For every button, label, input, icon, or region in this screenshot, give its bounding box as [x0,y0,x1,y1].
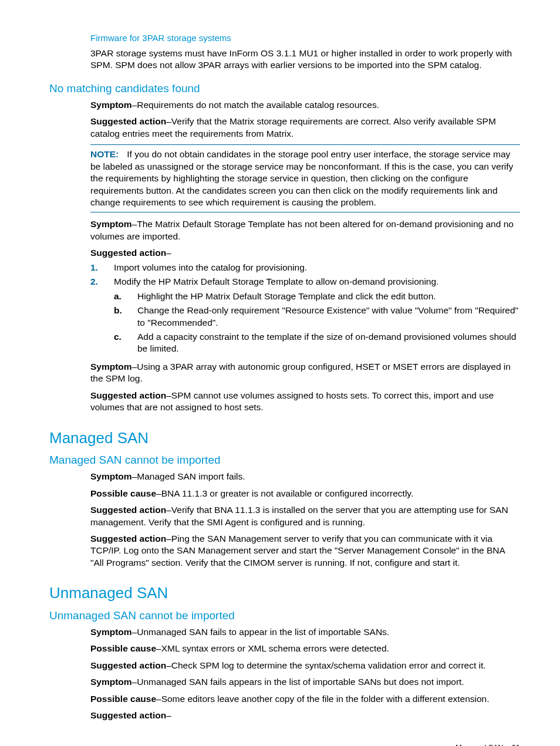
symptom-label: Symptom [90,627,132,637]
nomatch-heading: No matching candidates found [49,81,520,96]
cause-text: –XML syntax errors or XML schema errors … [156,643,389,653]
managed-sugg2: Suggested action–Ping the SAN Management… [90,533,520,569]
cause-label: Possible cause [90,694,156,704]
suggested-label: Suggested action [90,710,166,720]
unmanaged-heading: Unmanaged SAN [49,583,520,603]
dash: – [166,248,171,258]
symptom-text: –Managed SAN import fails. [132,471,245,481]
unmanaged-sugg2: Suggested action– [90,710,520,721]
note-label: NOTE: [90,149,119,159]
suggested-label: Suggested action [90,534,166,544]
managed-cause: Possible cause–BNA 11.1.3 or greater is … [90,488,520,499]
nomatch-symptom2: Symptom–The Matrix Default Storage Templ… [90,218,520,242]
managed-heading: Managed SAN [49,428,520,448]
suggested-text: –Check SPM log to determine the syntax/s… [166,660,485,670]
nomatch-sugg1: Suggested action–Verify that the Matrix … [90,116,520,140]
step-text: Modify the HP Matrix Default Storage Tem… [114,276,438,286]
suggested-label: Suggested action [90,116,166,126]
symptom-label: Symptom [90,362,132,372]
unmanaged-sugg1: Suggested action–Check SPM log to determ… [90,660,520,671]
symptom-text: –Using a 3PAR array with autonomic group… [90,362,511,383]
nomatch-symptom1: Symptom–Requirements do not match the av… [90,99,520,111]
cause-text: –Some editors leave another copy of the … [156,694,490,704]
cause-label: Possible cause [90,488,156,498]
unmanaged-subheading: Unmanaged SAN cannot be imported [49,608,520,623]
firmware-heading: Firmware for 3PAR storage systems [90,32,520,44]
suggested-label: Suggested action [90,390,166,400]
list-marker: c. [114,331,122,343]
firmware-body: 3PAR storage systems must have InForm OS… [90,48,520,72]
step-2a: a.Highlight the HP Matrix Default Storag… [114,291,520,302]
note-paragraph: NOTE:If you do not obtain candidates in … [90,148,520,208]
document-page: Firmware for 3PAR storage systems 3PAR s… [0,0,560,746]
managed-sugg1: Suggested action–Verify that BNA 11.1.3 … [90,504,520,528]
nomatch-sugg2: Suggested action– [90,247,520,259]
suggested-label: Suggested action [90,660,166,670]
suggested-label: Suggested action [90,505,166,515]
nomatch-symptom3: Symptom–Using a 3PAR array with autonomi… [90,361,520,385]
suggested-label: Suggested action [90,248,166,258]
list-marker: 1. [90,262,98,274]
list-marker: 2. [90,276,98,288]
note-text: If you do not obtain candidates in the s… [90,149,513,207]
unmanaged-symptom1: Symptom–Unmanaged SAN fails to appear in… [90,626,520,638]
symptom-text: –Requirements do not match the available… [132,100,379,110]
unmanaged-cause2: Possible cause–Some editors leave anothe… [90,693,520,705]
cause-text: –BNA 11.1.3 or greater is not available … [156,488,413,498]
symptom-label: Symptom [90,471,132,481]
managed-subheading: Managed SAN cannot be imported [49,453,520,467]
step-2c: c.Add a capacity constraint to the templ… [114,331,520,355]
symptom-text: –The Matrix Default Storage Template has… [90,219,514,241]
step-text: Highlight the HP Matrix Default Storage … [137,291,436,301]
footer-section: Managed SAN [456,743,503,746]
step-2b: b.Change the Read-only requirement "Reso… [114,305,520,329]
list-marker: a. [114,291,122,302]
dash: – [166,710,171,720]
nomatch-sugg3: Suggested action–SPM cannot use volumes … [90,390,520,414]
symptom-label: Symptom [90,100,132,110]
step-text: Add a capacity constraint to the templat… [137,332,516,353]
step-1: 1.Import volumes into the catalog for pr… [90,262,520,274]
managed-symptom: Symptom–Managed SAN import fails. [90,471,520,482]
symptom-text: –Unmanaged SAN fails to appear in the li… [132,627,390,637]
list-marker: b. [114,305,122,316]
symptom-label: Symptom [90,677,132,687]
unmanaged-symptom2: Symptom–Unmanaged SAN fails appears in t… [90,676,520,688]
cause-label: Possible cause [90,643,156,653]
symptom-label: Symptom [90,219,132,229]
sub-steps: a.Highlight the HP Matrix Default Storag… [114,291,520,355]
step-2: 2.Modify the HP Matrix Default Storage T… [90,276,520,355]
symptom-text: –Unmanaged SAN fails appears in the list… [132,677,464,687]
ordered-steps: 1.Import volumes into the catalog for pr… [90,262,520,355]
step-text: Change the Read-only requirement "Resour… [137,305,518,327]
footer-page-number: 61 [512,742,520,746]
step-text: Import volumes into the catalog for prov… [114,262,307,272]
note-block: NOTE:If you do not obtain candidates in … [90,144,520,212]
page-footer: Managed SAN 61 [49,742,520,746]
unmanaged-cause1: Possible cause–XML syntax errors or XML … [90,643,520,654]
